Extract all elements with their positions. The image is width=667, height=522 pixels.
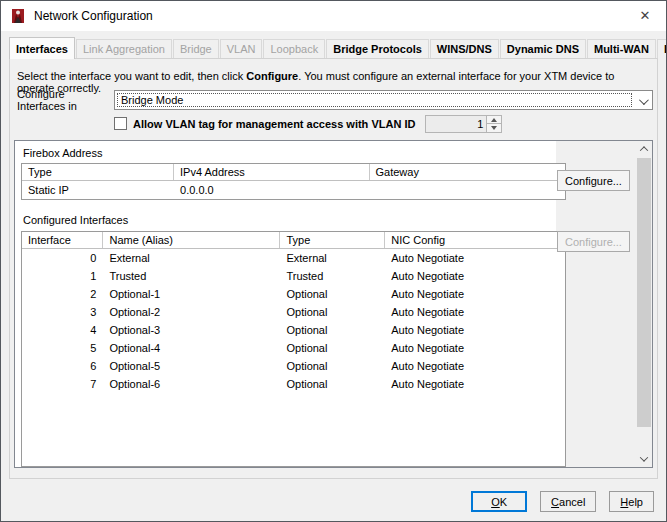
tab-link-aggregation: Link Aggregation: [76, 39, 172, 59]
tab-bridge-protocols[interactable]: Bridge Protocols: [326, 39, 429, 59]
network-configuration-dialog: Network Configuration ✕ Interfaces Link …: [0, 0, 667, 522]
firebox-address-title: Firebox Address: [23, 147, 102, 159]
cell-type: Optional: [280, 357, 385, 375]
cell-type: Optional: [280, 285, 385, 303]
cell-interface: 2: [22, 285, 103, 303]
configured-interfaces-table: Interface Name (Alias) Type NIC Config 0…: [21, 231, 566, 467]
col-header-name[interactable]: Name (Alias): [103, 232, 280, 248]
cell-interface: 7: [22, 375, 103, 393]
cell-type: Optional: [280, 321, 385, 339]
cell-gateway: [370, 181, 565, 199]
chevron-down-icon: [639, 95, 649, 105]
scrollbar-thumb[interactable]: [637, 158, 651, 427]
table-row[interactable]: 2 Optional-1 Optional Auto Negotiate: [22, 285, 565, 303]
interfaces-scroll-panel: Firebox Address Type IPv4 Address Gatewa…: [14, 140, 653, 468]
cell-nic: Auto Negotiate: [385, 267, 565, 285]
cell-nic: Auto Negotiate: [385, 249, 565, 267]
cell-type: Optional: [280, 375, 385, 393]
cell-type: External: [280, 249, 385, 267]
cell-name: External: [103, 249, 280, 267]
vlan-checkbox-label: Allow VLAN tag for management access wit…: [133, 118, 415, 130]
cell-interface: 4: [22, 321, 103, 339]
cell-nic: Auto Negotiate: [385, 339, 565, 357]
vlan-checkbox[interactable]: [114, 117, 127, 130]
vlan-id-value: 1: [426, 116, 486, 132]
scroll-down-icon[interactable]: [636, 451, 652, 467]
cell-type: Trusted: [280, 267, 385, 285]
cell-type: Optional: [280, 303, 385, 321]
tab-vlan: VLAN: [220, 39, 263, 59]
cell-interface: 5: [22, 339, 103, 357]
tab-link-monitor[interactable]: Link Monitor: [657, 39, 667, 59]
table-row[interactable]: Static IP 0.0.0.0: [22, 181, 565, 199]
tab-interfaces[interactable]: Interfaces: [9, 37, 75, 59]
tab-wins-dns[interactable]: WINS/DNS: [430, 39, 499, 59]
cell-ipv4: 0.0.0.0: [174, 181, 369, 199]
vlan-id-spinner[interactable]: 1: [425, 115, 502, 133]
app-icon: [10, 8, 26, 24]
configure-in-row: Configure Interfaces in Bridge Mode: [17, 90, 653, 110]
cell-nic: Auto Negotiate: [385, 303, 565, 321]
footer-buttons: OK Cancel Help: [471, 491, 654, 512]
cell-name: Optional-2: [103, 303, 280, 321]
spinner-up-icon[interactable]: [487, 116, 501, 125]
cell-interface: 1: [22, 267, 103, 285]
close-icon[interactable]: ✕: [624, 1, 666, 30]
instruction-pre: Select the interface you want to edit, t…: [17, 70, 246, 82]
configure-mode-select[interactable]: Bridge Mode: [114, 90, 653, 110]
interfaces-tab-page: Select the interface you want to edit, t…: [9, 58, 658, 479]
firebox-configure-button[interactable]: Configure...: [557, 170, 630, 191]
help-button[interactable]: Help: [609, 491, 654, 512]
cell-interface: 3: [22, 303, 103, 321]
spinner-down-icon[interactable]: [487, 124, 501, 132]
cell-nic: Auto Negotiate: [385, 321, 565, 339]
window-title: Network Configuration: [34, 9, 153, 23]
interfaces-table-header: Interface Name (Alias) Type NIC Config: [22, 232, 565, 249]
firebox-address-table: Type IPv4 Address Gateway Static IP 0.0.…: [21, 163, 566, 200]
table-row[interactable]: 6 Optional-5 Optional Auto Negotiate: [22, 357, 565, 375]
scroll-up-icon[interactable]: [636, 141, 652, 157]
cell-interface: 6: [22, 357, 103, 375]
configure-mode-value: Bridge Mode: [117, 93, 632, 107]
table-row[interactable]: 7 Optional-6 Optional Auto Negotiate: [22, 375, 565, 393]
cell-name: Optional-6: [103, 375, 280, 393]
cell-name: Optional-1: [103, 285, 280, 303]
ok-button[interactable]: OK: [471, 491, 527, 512]
col-header-gateway[interactable]: Gateway: [370, 164, 565, 180]
instruction-bold: Configure: [246, 70, 298, 82]
tab-strip: Interfaces Link Aggregation Bridge VLAN …: [9, 38, 658, 59]
table-row[interactable]: 0 External External Auto Negotiate: [22, 249, 565, 267]
cell-nic: Auto Negotiate: [385, 357, 565, 375]
tab-loopback: Loopback: [263, 39, 325, 59]
col-header-type[interactable]: Type: [280, 232, 385, 248]
spinner-buttons: [486, 116, 501, 132]
col-header-nic[interactable]: NIC Config: [385, 232, 565, 248]
vertical-scrollbar[interactable]: [636, 141, 652, 467]
cell-name: Trusted: [103, 267, 280, 285]
tab-multi-wan[interactable]: Multi-WAN: [587, 39, 656, 59]
tab-bridge: Bridge: [173, 39, 219, 59]
cell-name: Optional-3: [103, 321, 280, 339]
table-row[interactable]: 1 Trusted Trusted Auto Negotiate: [22, 267, 565, 285]
cell-type: Optional: [280, 339, 385, 357]
vlan-row: Allow VLAN tag for management access wit…: [114, 114, 492, 133]
cell-nic: Auto Negotiate: [385, 285, 565, 303]
tab-dynamic-dns[interactable]: Dynamic DNS: [500, 39, 586, 59]
col-header-ipv4[interactable]: IPv4 Address: [174, 164, 369, 180]
cell-type: Static IP: [22, 181, 174, 199]
table-row[interactable]: 5 Optional-4 Optional Auto Negotiate: [22, 339, 565, 357]
cell-interface: 0: [22, 249, 103, 267]
title-bar: Network Configuration ✕: [1, 1, 666, 31]
table-row[interactable]: 3 Optional-2 Optional Auto Negotiate: [22, 303, 565, 321]
cell-name: Optional-4: [103, 339, 280, 357]
cancel-button[interactable]: Cancel: [540, 491, 596, 512]
configure-in-label: Configure Interfaces in: [17, 88, 114, 112]
cell-nic: Auto Negotiate: [385, 375, 565, 393]
firebox-table-header: Type IPv4 Address Gateway: [22, 164, 565, 181]
col-header-interface[interactable]: Interface: [22, 232, 103, 248]
configured-interfaces-title: Configured Interfaces: [23, 214, 128, 226]
col-header-type[interactable]: Type: [22, 164, 174, 180]
interface-configure-button: Configure...: [557, 231, 630, 252]
cell-name: Optional-5: [103, 357, 280, 375]
table-row[interactable]: 4 Optional-3 Optional Auto Negotiate: [22, 321, 565, 339]
